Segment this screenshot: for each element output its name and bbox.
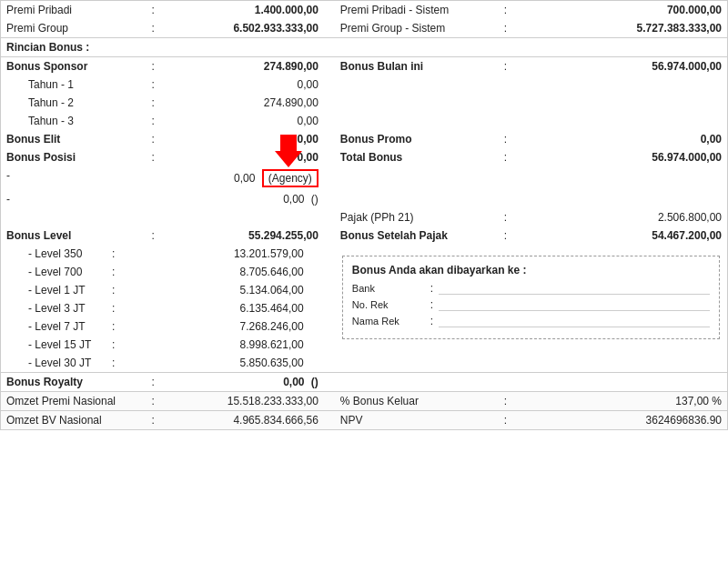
posisi-sub1-value: 0,00 (Agency) xyxy=(160,166,324,190)
tahun1-colon: : xyxy=(147,75,160,94)
omzet-premi-value: 15.518.233.333,00 xyxy=(160,392,324,411)
level350-colon: : xyxy=(110,245,119,263)
tahun3-label: Tahun - 3 xyxy=(1,112,147,130)
posisi-sub2-value: 0,00 () xyxy=(160,190,324,208)
rincian-header-row: Rincian Bonus : xyxy=(1,38,728,57)
level7jt-value: 7.268.246,00 xyxy=(119,317,309,336)
omzet-premi-colon: : xyxy=(147,392,160,411)
bonus-promo-colon: : xyxy=(499,130,512,148)
level7jt-label: - Level 7 JT xyxy=(1,317,110,336)
level30jt-label: - Level 30 JT xyxy=(1,354,110,372)
bonus-keluar-colon: : xyxy=(499,392,512,411)
tahun2-colon: : xyxy=(147,94,160,112)
namarek-row: Nama Rek : xyxy=(352,315,710,327)
red-arrow-icon xyxy=(275,135,302,170)
bonus-royalty-value: 0,00 () xyxy=(160,373,324,392)
footer-row1: Omzet Premi Nasional : 15.518.233.333,00… xyxy=(1,392,728,411)
omzet-bv-label: Omzet BV Nasional xyxy=(1,411,147,430)
tahun3-value: 0,00 xyxy=(160,112,324,130)
bonus-promo-value: 0,00 xyxy=(512,130,727,148)
npv-value: 3624696836.90 xyxy=(512,411,727,430)
level7jt-colon: : xyxy=(110,317,119,336)
pajak-row: Pajak (PPh 21) : 2.506.800,00 xyxy=(1,208,728,226)
posisi-sub2-dash: - xyxy=(1,190,147,208)
norek-colon: : xyxy=(430,298,433,311)
bonus-elit-row: Bonus Elit : 0,00 Bonus Promo : 0,00 xyxy=(1,130,728,148)
bonus-elit-colon: : xyxy=(147,130,160,148)
premi-group-sistem-value: 5.727.383.333,00 xyxy=(512,19,727,38)
bonus-sponsor-value: 274.890,00 xyxy=(160,57,324,76)
bonus-bulan-label: Bonus Bulan ini xyxy=(335,57,499,76)
premi-group-row: Premi Group : 6.502.933.333,00 Premi Gro… xyxy=(1,19,728,38)
namarek-value xyxy=(439,315,710,327)
level30jt-value: 5.850.635,00 xyxy=(119,354,309,372)
namarek-label: Nama Rek xyxy=(352,316,425,327)
level1jt-label: - Level 1 JT xyxy=(1,281,110,299)
pajak-label: Pajak (PPh 21) xyxy=(335,208,499,226)
bonus-royalty-label: Bonus Royalty xyxy=(1,373,147,392)
bonus-sponsor-label: Bonus Sponsor xyxy=(1,57,147,76)
tahun1-value: 0,00 xyxy=(160,75,324,94)
level350-value: 13.201.579,00 xyxy=(119,245,309,263)
npv-label: NPV xyxy=(335,411,499,430)
norek-row: No. Rek : xyxy=(352,298,710,311)
bonus-promo-label: Bonus Promo xyxy=(335,130,499,148)
premi-pribadi-colon: : xyxy=(147,1,160,20)
tahun2-row: Tahun - 2 : 274.890,00 xyxy=(1,94,728,112)
posisi-sub1-row: - 0,00 (Agency) xyxy=(1,166,728,190)
agency-box: (Agency) xyxy=(262,169,318,187)
level15jt-row: - Level 15 JT : 8.998.621,00 xyxy=(1,336,335,354)
footer-row2: Omzet BV Nasional : 4.965.834.666,56 NPV… xyxy=(1,411,728,430)
level350-row: - Level 350 : 13.201.579,00 xyxy=(1,245,335,263)
total-bonus-label: Total Bonus xyxy=(335,148,499,166)
bank-label: Bank xyxy=(352,283,425,294)
tahun2-label: Tahun - 2 xyxy=(1,94,147,112)
premi-pribadi-sistem-colon: : xyxy=(499,1,512,20)
level-rows-with-box: - Level 350 : 13.201.579,00 - Level 700 … xyxy=(1,245,728,373)
bonus-setelah-pajak-value: 54.467.200,00 xyxy=(512,226,727,245)
norek-label: No. Rek xyxy=(352,299,425,310)
tahun1-row: Tahun - 1 : 0,00 xyxy=(1,75,728,94)
bonus-posisi-colon: : xyxy=(147,148,160,166)
tahun2-value: 274.890,00 xyxy=(160,94,324,112)
level3jt-value: 6.135.464,00 xyxy=(119,299,309,317)
bank-colon: : xyxy=(430,282,433,295)
premi-pribadi-sistem-value: 700.000,00 xyxy=(512,1,727,20)
total-bonus-colon: : xyxy=(499,148,512,166)
posisi-sub2-extra: () xyxy=(311,193,318,206)
payment-box: Bonus Anda akan dibayarkan ke : Bank : N… xyxy=(342,256,720,339)
level3jt-colon: : xyxy=(110,299,119,317)
omzet-bv-value: 4.965.834.666,56 xyxy=(160,411,324,430)
omzet-premi-label: Omzet Premi Nasional xyxy=(1,392,147,411)
bonus-level-value: 55.294.255,00 xyxy=(160,226,324,245)
bonus-posisi-row: Bonus Posisi : 0,00 Total Bonus : 56.974… xyxy=(1,148,728,166)
bonus-keluar-value: 137,00 % xyxy=(512,392,727,411)
bank-row: Bank : xyxy=(352,282,710,295)
bonus-sponsor-colon: : xyxy=(147,57,160,76)
bonus-posisi-label: Bonus Posisi xyxy=(1,148,147,166)
bonus-royalty-colon: : xyxy=(147,373,160,392)
norek-value xyxy=(439,298,710,311)
premi-pribadi-label: Premi Pribadi xyxy=(1,1,147,20)
total-bonus-value: 56.974.000,00 xyxy=(512,148,727,166)
bank-value xyxy=(439,282,710,295)
level15jt-colon: : xyxy=(110,336,119,354)
bonus-level-label: Bonus Level xyxy=(1,226,147,245)
level3jt-row: - Level 3 JT : 6.135.464,00 xyxy=(1,299,335,317)
premi-group-colon: : xyxy=(147,19,160,38)
namarek-colon: : xyxy=(430,315,433,327)
rincian-header: Rincian Bonus : xyxy=(1,38,728,57)
premi-group-value: 6.502.933.333,00 xyxy=(160,19,324,38)
premi-pribadi-value: 1.400.000,00 xyxy=(160,1,324,20)
level700-value: 8.705.646,00 xyxy=(119,263,309,281)
premi-group-sistem-colon: : xyxy=(499,19,512,38)
level30jt-colon: : xyxy=(110,354,119,372)
level700-colon: : xyxy=(110,263,119,281)
posisi-sub2-row: - 0,00 () xyxy=(1,190,728,208)
omzet-bv-colon: : xyxy=(147,411,160,430)
agency-annotation: (Agency) xyxy=(262,169,318,187)
bonus-royalty-row: Bonus Royalty : 0,00 () xyxy=(1,373,728,392)
bonus-sponsor-row: Bonus Sponsor : 274.890,00 Bonus Bulan i… xyxy=(1,57,728,76)
level1jt-colon: : xyxy=(110,281,119,299)
level15jt-label: - Level 15 JT xyxy=(1,336,110,354)
